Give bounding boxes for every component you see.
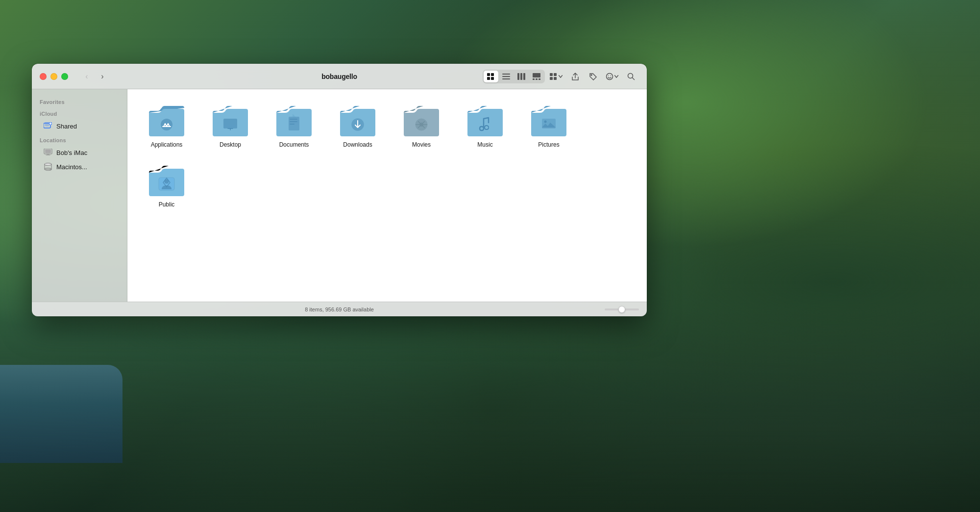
- documents-folder-icon: [274, 104, 314, 137]
- macintosh-hd-label: Macintos...: [56, 163, 87, 171]
- svg-rect-11: [533, 78, 535, 80]
- sidebar-item-macintosh-hd[interactable]: Macintos...: [36, 160, 123, 174]
- search-button[interactable]: [623, 70, 639, 83]
- list-icon: [502, 73, 510, 80]
- svg-point-19: [607, 73, 613, 79]
- bobs-imac-label: Bob's iMac: [56, 149, 87, 156]
- svg-line-23: [633, 77, 635, 79]
- folder-music[interactable]: Music: [456, 99, 514, 154]
- shared-label: Shared: [56, 123, 77, 130]
- gallery-icon: [533, 73, 540, 80]
- grid-icon: [487, 73, 495, 80]
- svg-rect-5: [502, 76, 510, 77]
- icloud-section-label: iCloud: [32, 107, 127, 119]
- svg-rect-4: [502, 74, 510, 75]
- minimize-button[interactable]: [50, 73, 57, 80]
- sidebar: Favorites iCloud Shared Locations: [32, 89, 127, 302]
- svg-rect-9: [523, 73, 525, 80]
- icon-view-button[interactable]: [484, 71, 498, 82]
- svg-rect-12: [536, 78, 538, 80]
- close-button[interactable]: [40, 73, 47, 80]
- size-slider[interactable]: [605, 308, 639, 310]
- desktop-label: Desktop: [220, 141, 241, 149]
- sidebar-item-bobs-imac[interactable]: Bob's iMac: [36, 146, 123, 159]
- shared-icon: [44, 122, 52, 130]
- pictures-folder-icon: [529, 104, 568, 137]
- svg-rect-7: [517, 73, 519, 80]
- svg-rect-15: [554, 73, 557, 76]
- forward-chevron-icon: ›: [101, 72, 103, 81]
- svg-rect-16: [550, 77, 553, 80]
- folder-movies[interactable]: Movies: [392, 99, 451, 154]
- svg-point-21: [611, 75, 612, 76]
- forward-button[interactable]: ›: [96, 70, 109, 83]
- svg-rect-38: [290, 121, 297, 122]
- movies-label: Movies: [412, 141, 431, 149]
- folder-downloads[interactable]: Downloads: [328, 99, 387, 154]
- group-button[interactable]: [547, 70, 565, 83]
- chevron-down-icon: [559, 75, 563, 78]
- face-icon: [606, 73, 613, 80]
- finder-window: ‹ › bobaugello: [32, 64, 647, 316]
- disk-icon: [44, 162, 52, 171]
- documents-label: Documents: [279, 141, 309, 149]
- tag-icon: [589, 73, 597, 80]
- titlebar: ‹ › bobaugello: [32, 64, 647, 89]
- svg-rect-39: [290, 124, 294, 125]
- folder-desktop[interactable]: Desktop: [201, 99, 260, 154]
- applications-label: Applications: [151, 141, 183, 149]
- computer-icon: [44, 148, 52, 157]
- svg-rect-2: [487, 77, 490, 80]
- svg-point-18: [591, 75, 592, 76]
- svg-rect-35: [224, 120, 236, 127]
- svg-rect-6: [502, 78, 510, 79]
- svg-rect-14: [550, 73, 553, 76]
- maximize-button[interactable]: [61, 73, 68, 80]
- view-controls: [483, 70, 545, 83]
- share-button[interactable]: [567, 70, 583, 83]
- folder-pictures[interactable]: Pictures: [519, 99, 578, 154]
- locations-section-label: Locations: [32, 133, 127, 145]
- folder-grid: Applications Desktop: [137, 99, 637, 292]
- svg-rect-0: [487, 73, 490, 76]
- slider-track: [605, 308, 639, 310]
- slider-thumb: [618, 306, 625, 313]
- group-icon: [550, 73, 558, 80]
- movies-folder-icon: [402, 104, 441, 137]
- window-title: bobaugello: [321, 73, 357, 80]
- back-button[interactable]: ‹: [80, 70, 94, 83]
- status-text: 8 items, 956.69 GB available: [305, 307, 374, 312]
- music-label: Music: [477, 141, 492, 149]
- columns-icon: [517, 73, 525, 80]
- svg-rect-28: [45, 150, 51, 154]
- folder-documents[interactable]: Documents: [265, 99, 323, 154]
- folder-public[interactable]: Public: [137, 159, 196, 214]
- back-chevron-icon: ‹: [85, 72, 88, 81]
- desktop-folder-icon: [211, 104, 250, 137]
- list-view-button[interactable]: [499, 71, 514, 82]
- finder-body: Favorites iCloud Shared Locations: [32, 89, 647, 302]
- svg-rect-13: [539, 78, 540, 80]
- chevron-down-icon: [614, 75, 618, 78]
- applications-folder-icon: [147, 104, 186, 137]
- favorites-section-label: Favorites: [32, 95, 127, 107]
- traffic-lights: [40, 73, 68, 80]
- svg-rect-3: [491, 77, 494, 80]
- nav-buttons: ‹ ›: [80, 70, 109, 83]
- music-folder-icon: [466, 104, 505, 137]
- public-label: Public: [159, 201, 175, 209]
- water-reflection: [0, 365, 122, 463]
- tag-button[interactable]: [585, 70, 601, 83]
- svg-point-32: [161, 119, 172, 130]
- pictures-label: Pictures: [538, 141, 559, 149]
- column-view-button[interactable]: [514, 71, 529, 82]
- public-folder-icon: [147, 164, 186, 197]
- emoji-button[interactable]: [603, 70, 621, 83]
- svg-point-20: [608, 75, 609, 76]
- downloads-label: Downloads: [343, 141, 372, 149]
- gallery-view-button[interactable]: [529, 71, 544, 82]
- svg-rect-1: [491, 73, 494, 76]
- folder-applications[interactable]: Applications: [137, 99, 196, 154]
- toolbar-right: [483, 70, 639, 83]
- sidebar-item-shared[interactable]: Shared: [36, 119, 123, 133]
